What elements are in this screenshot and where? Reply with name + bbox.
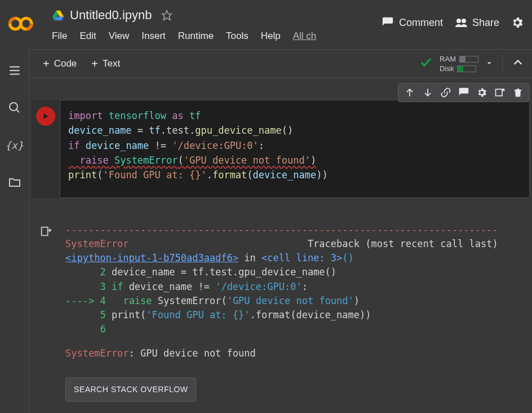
settings-button[interactable]	[511, 16, 524, 29]
ram-label: RAM	[440, 55, 456, 63]
add-text-label: Text	[103, 58, 120, 69]
files-icon[interactable]	[7, 174, 23, 190]
share-button[interactable]: Share	[454, 16, 499, 29]
star-icon[interactable]	[161, 10, 172, 21]
add-code-button[interactable]: + Code	[43, 58, 77, 69]
svg-rect-20	[42, 227, 48, 236]
mirror-icon[interactable]	[493, 86, 507, 99]
comment-label: Comment	[399, 17, 443, 29]
add-text-button[interactable]: + Text	[91, 58, 120, 69]
delete-icon[interactable]	[511, 86, 525, 99]
menu-help[interactable]: Help	[261, 30, 281, 42]
menu-tools[interactable]: Tools	[226, 30, 249, 42]
toolbar: + Code + Text RAM Disk	[29, 49, 532, 78]
link-icon[interactable]	[439, 86, 453, 99]
plus-icon: +	[91, 58, 98, 69]
menu-view[interactable]: View	[109, 30, 130, 42]
move-down-icon[interactable]	[421, 86, 435, 99]
search-stack-overflow-button[interactable]: SEARCH STACK OVERFLOW	[65, 377, 196, 402]
run-button[interactable]	[36, 107, 55, 126]
traceback-label: Traceback (most recent call last)	[308, 238, 498, 249]
plus-icon: +	[43, 58, 50, 69]
menu-file[interactable]: File	[52, 30, 67, 42]
cell-output: ----------------------------------------…	[32, 221, 530, 402]
svg-point-11	[10, 103, 17, 111]
final-error-name: SystemError	[65, 348, 129, 359]
ram-bar	[459, 56, 478, 63]
svg-point-7	[462, 19, 466, 23]
svg-point-6	[456, 19, 461, 23]
svg-marker-19	[44, 113, 48, 118]
svg-marker-5	[162, 11, 171, 20]
collapse-icon[interactable]	[512, 56, 524, 71]
comment-icon	[381, 16, 394, 29]
table-of-contents-icon[interactable]	[7, 63, 23, 78]
drive-icon	[52, 9, 64, 21]
svg-line-12	[16, 109, 19, 112]
code-cell: import tensorflow as tf device_name = tf…	[32, 100, 530, 198]
output-collapse-icon[interactable]	[39, 225, 52, 240]
code-editor[interactable]: import tensorflow as tf device_name = tf…	[60, 100, 530, 198]
menu-all-changes-link[interactable]: All ch	[293, 30, 317, 42]
disk-bar	[457, 65, 476, 72]
svg-marker-13	[487, 62, 491, 64]
cell-settings-icon[interactable]	[475, 86, 489, 99]
final-error-msg: : GPU device not found	[129, 348, 256, 359]
share-icon	[454, 16, 468, 29]
menu-runtime[interactable]: Runtime	[178, 30, 214, 42]
traceback-separator: ----------------------------------------…	[65, 223, 530, 237]
cell-action-bar	[398, 83, 530, 102]
menu-edit[interactable]: Edit	[79, 30, 96, 42]
resource-menu-caret[interactable]	[485, 59, 493, 69]
resource-indicator[interactable]: RAM Disk	[440, 55, 478, 73]
search-icon[interactable]	[7, 100, 23, 116]
variables-icon[interactable]: {x}	[7, 137, 23, 153]
left-rail: {x}	[0, 49, 29, 413]
move-up-icon[interactable]	[403, 86, 416, 99]
disk-label: Disk	[440, 64, 454, 73]
divider	[502, 56, 503, 72]
menu-insert[interactable]: Insert	[141, 30, 166, 42]
notebook-filename[interactable]: Untitled0.ipynb	[70, 8, 152, 23]
comment-button[interactable]: Comment	[381, 16, 443, 29]
cell-comment-icon[interactable]	[457, 86, 471, 99]
svg-rect-16	[496, 89, 503, 96]
error-name: SystemError	[65, 238, 129, 249]
gear-icon	[511, 16, 524, 29]
share-label: Share	[472, 17, 499, 29]
add-code-label: Code	[54, 58, 77, 69]
colab-logo[interactable]	[8, 10, 35, 37]
connection-check-icon	[419, 55, 433, 72]
traceback-link[interactable]: <ipython-input-1-b750ad3aadf6>	[65, 252, 238, 263]
